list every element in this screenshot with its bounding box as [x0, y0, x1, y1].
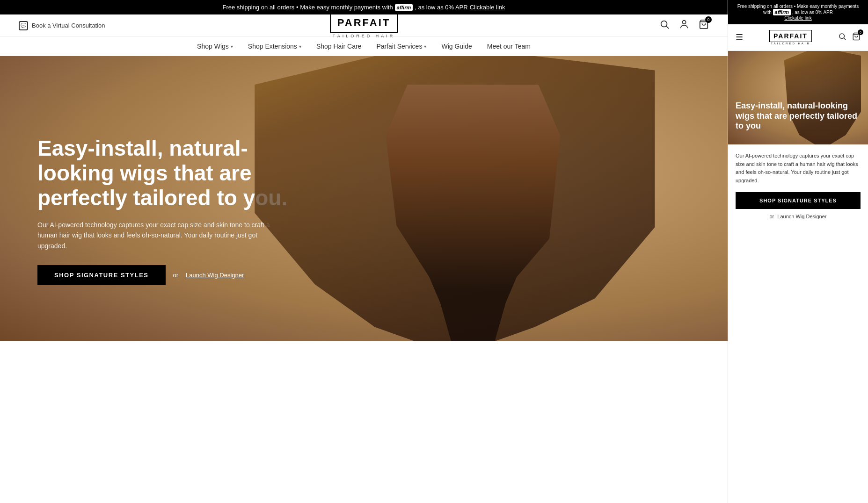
right-hero-image: Easy-install, natural-looking wigs that … — [728, 51, 868, 144]
cart-icon[interactable]: 0 — [699, 19, 709, 32]
right-search-icon[interactable] — [838, 32, 846, 43]
svg-line-1 — [666, 26, 669, 29]
right-logo-sub: TAILORED HAIR — [769, 42, 812, 45]
hero-subtext: Our AI-powered technology captures your … — [37, 220, 281, 251]
logo-sub: TAILORED HAIR — [330, 34, 398, 38]
chevron-down-icon: ▾ — [299, 44, 301, 49]
nav-shop-wigs[interactable]: Shop Wigs ▾ — [197, 43, 233, 50]
cart-badge: 0 — [705, 16, 712, 23]
right-panel-body: Our AI-powered technology captures your … — [728, 144, 868, 227]
nav-parfait-services[interactable]: Parfait Services ▾ — [376, 43, 426, 50]
announcement-bar: Free shipping on all orders • Make easy … — [0, 0, 728, 14]
account-icon[interactable] — [679, 19, 689, 32]
cta-or-text: or — [173, 272, 179, 279]
right-subtext: Our AI-powered technology captures your … — [736, 152, 861, 185]
svg-point-4 — [839, 34, 845, 39]
hamburger-icon[interactable]: ☰ — [736, 32, 743, 43]
chevron-down-icon: ▾ — [424, 44, 426, 49]
launch-wig-designer-link[interactable]: Launch Wig Designer — [186, 272, 244, 279]
right-panel-icons: 0 — [838, 32, 861, 43]
utility-icons: 0 — [659, 19, 709, 32]
book-consultation-link[interactable]: 💬 Book a Virtual Consultation — [19, 21, 105, 30]
hero-section: Easy-install, natural-looking wigs that … — [0, 56, 728, 341]
svg-line-5 — [844, 38, 846, 40]
logo-text: PARFAIT — [330, 13, 398, 33]
announcement-rate: , as low as 0% APR — [415, 4, 467, 11]
right-announcement-link[interactable]: Clickable link — [784, 15, 811, 21]
hero-cta-row: SHOP SIGNATURE STYLES or Launch Wig Desi… — [37, 265, 318, 285]
right-cart-badge: 0 — [858, 29, 863, 35]
nav-wig-guide[interactable]: Wig Guide — [441, 43, 472, 50]
svg-point-2 — [682, 21, 686, 24]
chevron-down-icon: ▾ — [231, 44, 233, 49]
right-logo-text: PARFAIT — [769, 30, 812, 42]
svg-point-0 — [661, 21, 667, 27]
nav-meet-team[interactable]: Meet our Team — [487, 43, 531, 50]
right-launch-wig-designer-link[interactable]: Launch Wig Designer — [777, 214, 826, 219]
right-affirm-logo: affirm — [773, 9, 791, 15]
right-cart-icon[interactable]: 0 — [852, 32, 861, 43]
nav-shop-hair-care[interactable]: Shop Hair Care — [316, 43, 362, 50]
announcement-text: Free shipping on all orders • Make easy … — [222, 4, 393, 11]
announcement-link[interactable]: Clickable link — [470, 4, 505, 11]
right-logo-group[interactable]: PARFAIT TAILORED HAIR — [769, 30, 812, 45]
right-panel: Free shipping on all orders • Make easy … — [728, 0, 868, 341]
consultation-label: Book a Virtual Consultation — [32, 22, 105, 29]
right-hero-headline: Easy-install, natural-looking wigs that … — [736, 101, 861, 131]
logo-container[interactable]: PARFAIT TAILORED HAIR — [330, 13, 398, 38]
right-panel-nav: ☰ PARFAIT TAILORED HAIR 0 — [728, 24, 868, 51]
right-wig-designer-row: or Launch Wig Designer — [736, 214, 861, 219]
chat-icon: 💬 — [19, 21, 28, 30]
shop-signature-styles-button[interactable]: SHOP SIGNATURE STYLES — [37, 265, 166, 285]
affirm-logo: affirm — [395, 4, 413, 11]
nav-shop-extensions[interactable]: Shop Extensions ▾ — [248, 43, 301, 50]
right-shop-button[interactable]: SHOP SIGNATURE STYLES — [736, 192, 861, 209]
main-nav: Shop Wigs ▾ Shop Extensions ▾ Shop Hair … — [0, 37, 728, 56]
right-announcement-bar: Free shipping on all orders • Make easy … — [728, 0, 868, 24]
search-icon[interactable] — [659, 19, 670, 32]
utility-bar: 💬 Book a Virtual Consultation PARFAIT TA… — [0, 14, 728, 37]
